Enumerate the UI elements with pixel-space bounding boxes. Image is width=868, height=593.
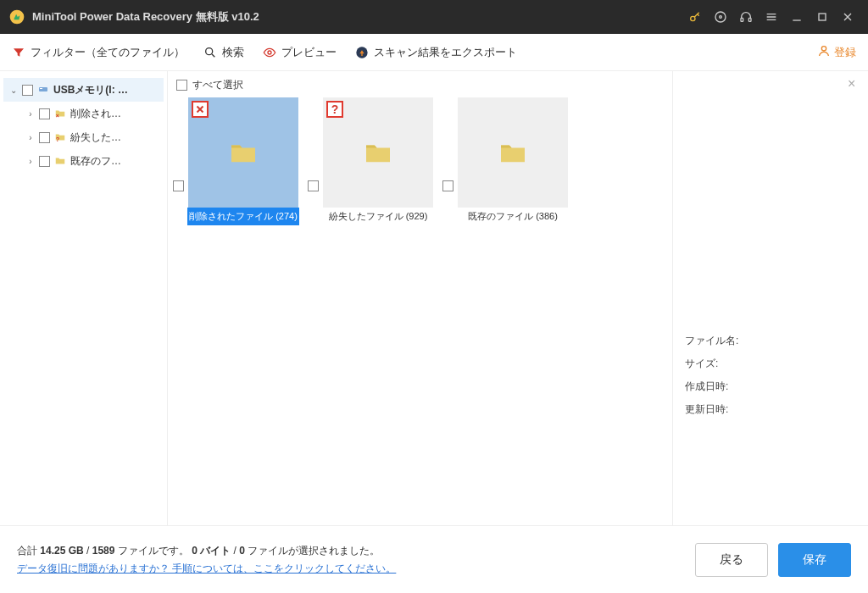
svg-rect-6 — [819, 14, 826, 20]
tile-checkbox[interactable] — [173, 180, 184, 191]
app-logo-icon — [8, 8, 25, 25]
search-label: 検索 — [222, 45, 244, 60]
detail-modified-label: 更新日時: — [685, 402, 856, 417]
tile-thumb — [458, 97, 568, 208]
tree-root-usb[interactable]: ⌄ USBメモリ(I: … — [3, 78, 164, 102]
key-icon[interactable] — [683, 5, 707, 29]
preview-button[interactable]: プレビュー — [263, 45, 337, 60]
folder-q-icon: ? — [53, 130, 67, 144]
checkbox[interactable] — [39, 156, 50, 167]
tree-item-label: 紛失した… — [70, 130, 164, 145]
tree-item-label: 既存のフ… — [70, 154, 164, 169]
tile-thumb — [188, 97, 298, 208]
tile-checkbox[interactable] — [442, 180, 453, 191]
details-panel: × ファイル名: サイズ: 作成日時: 更新日時: — [673, 71, 868, 525]
status-text: 合計 14.25 GB / 1589 ファイルです。 0 バイト / 0 ファイ… — [17, 542, 685, 577]
select-all-label: すべて選択 — [192, 78, 243, 92]
total-size: 14.25 GB — [40, 545, 83, 557]
sidebar-tree: ⌄ USBメモリ(I: … › × 削除され… › ? 紛失した… › 既存のフ… — [0, 71, 168, 525]
tile-existing-files[interactable]: 既存のファイル (386) — [457, 97, 569, 225]
tile-label: 紛失したファイル (929) — [322, 208, 434, 225]
detail-size-label: サイズ: — [685, 357, 856, 371]
folder-icon — [53, 154, 67, 168]
tree-item-label: 削除され… — [70, 107, 164, 121]
register-label: 登録 — [834, 45, 856, 60]
checkbox[interactable] — [39, 108, 50, 119]
chevron-right-icon: › — [25, 133, 36, 142]
tile-label: 削除されたファイル (274) — [187, 208, 299, 225]
svg-text:?: ? — [56, 136, 59, 142]
user-icon — [817, 44, 831, 60]
tile-deleted-files[interactable]: 削除されたファイル (274) — [187, 97, 299, 225]
tile-label: 既存のファイル (386) — [457, 208, 569, 225]
tile-wrap: 既存のファイル (386) — [442, 97, 569, 225]
select-all-checkbox[interactable] — [176, 80, 187, 91]
svg-rect-5 — [748, 18, 751, 21]
save-button[interactable]: 保存 — [778, 543, 851, 577]
minimize-button[interactable] — [785, 5, 809, 29]
tree-item-lost[interactable]: › ? 紛失した… — [3, 125, 164, 149]
x-badge-icon — [192, 101, 209, 118]
selected-bytes: 0 バイト — [192, 545, 231, 557]
detail-filename-label: ファイル名: — [685, 334, 856, 348]
headphones-icon[interactable] — [734, 5, 758, 29]
total-files: 1589 — [92, 545, 115, 557]
svg-point-1 — [691, 16, 695, 20]
svg-rect-12 — [40, 88, 42, 89]
footer: 合計 14.25 GB / 1589 ファイルです。 0 バイト / 0 ファイ… — [0, 525, 868, 593]
toolbar: フィルター（全てのファイル） 検索 プレビュー スキャン結果をエクスポート 登録 — [0, 34, 868, 71]
eye-icon — [263, 46, 276, 59]
back-button[interactable]: 戻る — [695, 543, 768, 577]
preview-label: プレビュー — [281, 45, 337, 60]
app-title: MiniTool Power Data Recovery 無料版 v10.2 — [32, 9, 682, 25]
close-details-button[interactable]: × — [848, 78, 861, 91]
maximize-button[interactable] — [810, 5, 834, 29]
svg-point-3 — [720, 16, 722, 19]
checkbox[interactable] — [22, 85, 33, 96]
tree-item-deleted[interactable]: › × 削除され… — [3, 102, 164, 125]
tree-root-label: USBメモリ(I: … — [53, 83, 164, 97]
search-button[interactable]: 検索 — [203, 45, 244, 60]
chevron-right-icon: › — [25, 157, 36, 166]
drive-icon — [36, 83, 50, 97]
tile-grid: 削除されたファイル (274) ? 紛失したファイル (929) — [173, 97, 667, 225]
tile-thumb: ? — [323, 97, 433, 208]
checkbox[interactable] — [39, 132, 50, 143]
export-icon — [355, 46, 369, 59]
export-button[interactable]: スキャン結果をエクスポート — [355, 45, 517, 60]
tree-item-existing[interactable]: › 既存のフ… — [3, 149, 164, 173]
svg-rect-11 — [39, 87, 47, 91]
search-icon — [203, 46, 217, 59]
help-link[interactable]: データ復旧に問題がありますか？ 手順については、ここをクリックしてください。 — [17, 563, 396, 574]
svg-point-7 — [206, 47, 213, 54]
main: ⌄ USBメモリ(I: … › × 削除され… › ? 紛失した… › 既存のフ… — [0, 71, 868, 525]
menu-icon[interactable] — [760, 5, 783, 29]
detail-created-label: 作成日時: — [685, 380, 856, 394]
svg-rect-4 — [741, 18, 743, 21]
selected-files: 0 — [239, 545, 245, 557]
filter-button[interactable]: フィルター（全てのファイル） — [12, 45, 185, 60]
tile-lost-files[interactable]: ? 紛失したファイル (929) — [322, 97, 434, 225]
tile-wrap: 削除されたファイル (274) — [173, 97, 299, 225]
svg-point-2 — [715, 12, 726, 22]
content: すべて選択 削除されたファイル (274) — [168, 71, 868, 525]
svg-point-8 — [268, 51, 271, 54]
close-button[interactable] — [836, 5, 860, 29]
question-badge-icon: ? — [326, 101, 343, 118]
select-all-row: すべて選択 — [173, 76, 667, 97]
titlebar: MiniTool Power Data Recovery 無料版 v10.2 — [0, 0, 868, 34]
tile-checkbox[interactable] — [308, 180, 319, 191]
svg-point-10 — [821, 47, 826, 51]
chevron-right-icon: › — [25, 109, 36, 119]
register-button[interactable]: 登録 — [817, 44, 856, 60]
folder-x-icon: × — [53, 107, 67, 120]
svg-text:×: × — [56, 113, 59, 119]
filter-label: フィルター（全てのファイル） — [31, 45, 185, 60]
export-label: スキャン結果をエクスポート — [374, 45, 517, 60]
disc-icon[interactable] — [709, 5, 732, 29]
grid-pane: すべて選択 削除されたファイル (274) — [168, 71, 673, 525]
chevron-down-icon: ⌄ — [8, 86, 19, 95]
filter-icon — [12, 46, 25, 59]
tile-wrap: ? 紛失したファイル (929) — [308, 97, 434, 225]
